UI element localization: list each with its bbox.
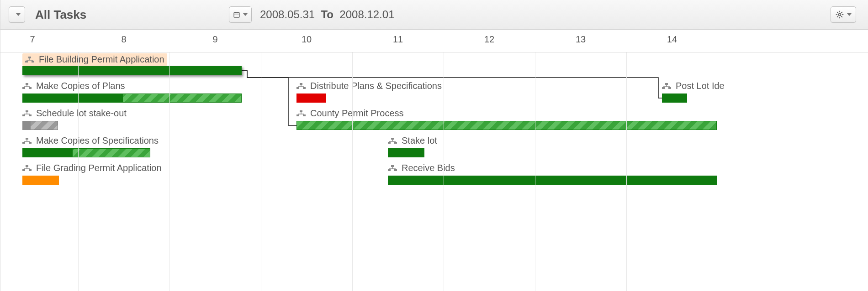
task-bar[interactable] bbox=[22, 66, 242, 75]
svg-rect-27 bbox=[303, 87, 306, 89]
task-bar[interactable] bbox=[388, 148, 424, 157]
svg-rect-41 bbox=[296, 114, 299, 116]
grid-line bbox=[535, 52, 535, 291]
svg-rect-17 bbox=[32, 61, 34, 62]
hierarchy-icon bbox=[22, 83, 32, 89]
time-tick: 13 bbox=[576, 34, 586, 45]
svg-rect-43 bbox=[26, 138, 28, 140]
svg-rect-57 bbox=[29, 169, 32, 171]
calendar-button[interactable] bbox=[229, 6, 252, 23]
task-name: Make Copies of Plans bbox=[36, 81, 125, 91]
task-name: Distribute Plans & Specifications bbox=[310, 81, 442, 91]
svg-rect-56 bbox=[22, 169, 25, 171]
task-bar[interactable] bbox=[22, 176, 59, 185]
svg-rect-21 bbox=[22, 87, 25, 89]
svg-line-11 bbox=[837, 16, 838, 17]
hierarchy-icon bbox=[662, 83, 671, 89]
svg-rect-42 bbox=[303, 114, 306, 116]
hierarchy-icon bbox=[22, 165, 32, 171]
task-name: Post Lot Ide bbox=[676, 81, 725, 91]
task-label[interactable]: Distribute Plans & Specifications bbox=[296, 81, 442, 91]
date-to: 2008.12.01 bbox=[339, 8, 394, 21]
gear-icon bbox=[835, 10, 844, 19]
svg-rect-18 bbox=[26, 83, 28, 85]
task-label[interactable]: Schedule lot stake-out bbox=[22, 108, 127, 119]
view-menu-button[interactable] bbox=[9, 6, 25, 23]
svg-rect-47 bbox=[29, 142, 32, 144]
settings-button[interactable] bbox=[831, 6, 856, 23]
svg-rect-0 bbox=[234, 12, 239, 17]
svg-rect-33 bbox=[26, 110, 28, 112]
grid-line bbox=[261, 52, 261, 291]
task-name: File Grading Permit Application bbox=[36, 163, 162, 173]
time-tick: 10 bbox=[302, 34, 312, 45]
grid-line bbox=[352, 52, 353, 291]
svg-rect-61 bbox=[388, 169, 391, 171]
time-tick: 14 bbox=[667, 34, 677, 45]
task-name: Receive Bids bbox=[402, 163, 455, 173]
task-label[interactable]: Post Lot Ide bbox=[662, 81, 725, 91]
time-tick: 12 bbox=[484, 34, 494, 45]
task-label[interactable]: File Grading Permit Application bbox=[22, 163, 162, 173]
task-label[interactable]: Stake lot bbox=[388, 135, 437, 146]
svg-rect-37 bbox=[29, 114, 32, 116]
task-bar-progress[interactable] bbox=[22, 94, 123, 103]
hierarchy-icon bbox=[296, 110, 306, 117]
svg-rect-46 bbox=[22, 142, 25, 144]
grid-line bbox=[78, 52, 79, 291]
svg-rect-26 bbox=[296, 87, 299, 89]
hierarchy-icon bbox=[388, 165, 397, 171]
task-name: Stake lot bbox=[402, 135, 437, 146]
task-bar-progress[interactable] bbox=[22, 148, 73, 157]
hierarchy-icon bbox=[25, 57, 34, 63]
caret-down-icon bbox=[847, 13, 852, 16]
svg-rect-36 bbox=[22, 114, 25, 116]
time-tick: 11 bbox=[393, 34, 403, 45]
time-tick: 9 bbox=[212, 34, 217, 45]
svg-rect-58 bbox=[391, 165, 394, 167]
task-name: Make Copies of Specifications bbox=[36, 135, 159, 146]
svg-rect-52 bbox=[394, 142, 397, 144]
svg-rect-51 bbox=[388, 142, 391, 144]
svg-rect-23 bbox=[300, 83, 302, 85]
date-range: 2008.05.31 To 2008.12.01 bbox=[229, 6, 394, 23]
svg-rect-28 bbox=[665, 83, 668, 85]
task-label[interactable]: File Building Permit Application bbox=[22, 53, 167, 66]
task-bar[interactable] bbox=[296, 94, 326, 103]
svg-rect-22 bbox=[29, 87, 32, 89]
svg-rect-53 bbox=[26, 165, 28, 167]
svg-rect-16 bbox=[25, 61, 28, 62]
grid-line bbox=[444, 52, 444, 291]
date-range-text: 2008.05.31 To 2008.12.01 bbox=[260, 8, 394, 21]
task-label[interactable]: Receive Bids bbox=[388, 163, 455, 173]
svg-line-12 bbox=[841, 12, 842, 13]
task-bar[interactable] bbox=[662, 94, 687, 103]
calendar-icon bbox=[233, 10, 240, 20]
task-label[interactable]: Make Copies of Specifications bbox=[22, 135, 159, 146]
page-title: All Tasks bbox=[35, 8, 86, 22]
svg-rect-38 bbox=[300, 110, 302, 112]
hierarchy-icon bbox=[22, 110, 32, 117]
time-tick: 7 bbox=[30, 34, 35, 45]
svg-rect-13 bbox=[28, 57, 31, 58]
svg-point-4 bbox=[839, 14, 841, 16]
gantt-body[interactable]: File Building Permit ApplicationMake Cop… bbox=[0, 52, 868, 291]
grid-line bbox=[169, 52, 170, 291]
date-from: 2008.05.31 bbox=[260, 8, 315, 21]
time-tick: 8 bbox=[121, 34, 126, 45]
task-label[interactable]: Make Copies of Plans bbox=[22, 81, 125, 91]
hierarchy-icon bbox=[22, 138, 32, 144]
grid-line bbox=[626, 52, 627, 291]
time-scale: 7891011121314 bbox=[0, 30, 868, 52]
task-name: Schedule lot stake-out bbox=[36, 108, 127, 119]
task-bar[interactable] bbox=[388, 176, 717, 185]
task-label[interactable]: County Permit Process bbox=[296, 108, 404, 119]
hierarchy-icon bbox=[296, 83, 306, 89]
svg-rect-31 bbox=[662, 87, 665, 89]
task-bar[interactable] bbox=[296, 121, 717, 130]
gantt-timeline: 7891011121314 File Building Permit Appli… bbox=[0, 30, 868, 291]
task-name: File Building Permit Application bbox=[39, 54, 164, 65]
toolbar: All Tasks 2008.05.31 To 2008.12.01 bbox=[0, 0, 868, 30]
task-bar-progress[interactable] bbox=[22, 121, 31, 130]
caret-down-icon bbox=[16, 13, 21, 16]
